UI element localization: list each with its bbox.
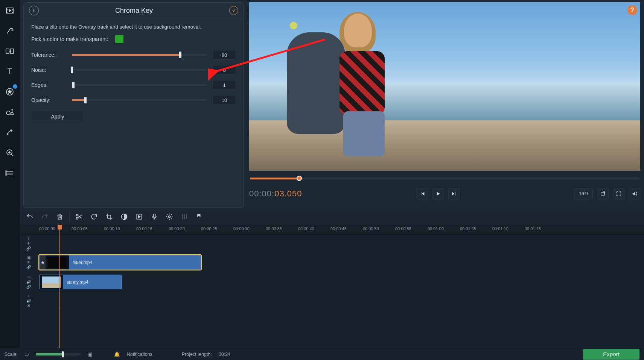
timecode: 00:00:03.050 — [249, 189, 302, 199]
project-length-label: Project length: — [182, 352, 212, 357]
svg-point-10 — [6, 173, 6, 173]
svg-point-7 — [11, 130, 12, 131]
ruler-mark: 00:00:40 — [298, 226, 314, 231]
sidebar-transitions-icon[interactable] — [2, 44, 17, 59]
color-adjust-button[interactable] — [118, 210, 131, 223]
noise-slider[interactable] — [72, 67, 207, 73]
sidebar-zoom-icon[interactable] — [2, 145, 17, 160]
scale-full-icon[interactable]: ▣ — [88, 351, 92, 357]
volume-button[interactable] — [629, 188, 640, 199]
help-button[interactable]: ? — [627, 5, 637, 15]
audio-track[interactable]: ♪🔊✖ — [20, 292, 644, 310]
sidebar-filters-icon[interactable] — [2, 23, 17, 38]
seek-bar[interactable] — [250, 178, 639, 179]
overlay-clip-name: hiker.mp4 — [69, 260, 96, 265]
equalizer-button — [178, 210, 191, 223]
split-button[interactable] — [73, 210, 85, 223]
delete-button[interactable] — [53, 210, 66, 223]
record-audio-button[interactable] — [148, 210, 161, 223]
ruler-mark: 00:00:50 — [363, 226, 379, 231]
left-sidebar — [0, 0, 20, 348]
svg-rect-3 — [6, 49, 9, 53]
undo-button[interactable] — [23, 210, 36, 223]
panel-instruction: Place a clip onto the Overlay track and … — [31, 24, 236, 30]
clip-effect-icon: ★ — [40, 255, 46, 269]
edges-value[interactable]: 1 — [213, 80, 236, 90]
timeline-toolbar — [20, 208, 644, 225]
cursor-highlight — [290, 22, 297, 29]
edges-label: Edges: — [31, 82, 67, 88]
detach-preview-button[interactable] — [597, 188, 609, 199]
apply-button[interactable]: Apply — [31, 110, 84, 123]
opacity-slider[interactable] — [72, 97, 207, 103]
crop-button[interactable] — [103, 210, 116, 223]
prev-frame-button[interactable] — [417, 188, 428, 199]
notifications-label[interactable]: Notifications — [127, 352, 152, 357]
scale-fit-icon[interactable]: ▭ — [24, 351, 29, 357]
pick-color-label: Pick a color to make transparent: — [31, 36, 108, 42]
playhead[interactable] — [59, 225, 60, 348]
ruler-mark: 00:00:10 — [104, 226, 120, 231]
tolerance-label: Tolerance: — [31, 52, 67, 58]
scale-slider[interactable] — [36, 353, 81, 355]
opacity-label: Opacity: — [31, 97, 67, 103]
title-track-head[interactable]: T👁🔗 — [20, 235, 38, 252]
sidebar-animation-icon[interactable] — [2, 125, 17, 140]
video-clip[interactable]: sunny.mp4 — [39, 275, 122, 289]
ruler-mark: 00:00:35 — [266, 226, 282, 231]
audio-track-head[interactable]: ♪🔊✖ — [20, 292, 38, 310]
ruler-mark: 00:01:05 — [460, 226, 476, 231]
ruler-mark: 00:01:00 — [428, 226, 444, 231]
sidebar-media-icon[interactable] — [2, 3, 17, 18]
ruler-mark: 00:00:25 — [201, 226, 217, 231]
sidebar-more-icon[interactable] — [2, 166, 17, 181]
sidebar-stickers-icon[interactable] — [2, 84, 17, 99]
redo-button — [38, 210, 51, 223]
title-track[interactable]: T👁🔗 — [20, 235, 644, 253]
noise-label: Noise: — [31, 67, 67, 73]
tolerance-value[interactable]: 80 — [213, 50, 236, 60]
opacity-value[interactable]: 10 — [213, 95, 236, 105]
ruler-mark: 00:00:00 — [39, 226, 55, 231]
video-preview[interactable] — [249, 2, 640, 171]
svg-point-9 — [6, 171, 6, 172]
export-button[interactable]: Export — [583, 349, 639, 360]
chroma-key-panel: Chroma Key Place a clip onto the Overlay… — [23, 2, 244, 208]
panel-confirm-button[interactable] — [229, 6, 238, 15]
rotate-button[interactable] — [88, 210, 100, 223]
color-swatch[interactable] — [115, 35, 123, 43]
tolerance-slider[interactable] — [72, 52, 207, 58]
preview-area: ? 00:00:03.050 16:9 — [249, 2, 640, 208]
project-length-value: 00:24 — [219, 352, 230, 357]
svg-point-6 — [6, 111, 10, 115]
ruler-mark: 00:00:15 — [136, 226, 152, 231]
noise-value[interactable]: 0 — [213, 65, 236, 75]
sidebar-titles-icon[interactable] — [2, 64, 17, 79]
aspect-ratio-button[interactable]: 16:9 — [574, 188, 593, 199]
video-track[interactable]: ▭🔊🔗 sunny.mp4 — [20, 272, 644, 292]
ruler-mark: 00:00:45 — [330, 226, 347, 231]
panel-back-button[interactable] — [29, 6, 39, 15]
fullscreen-button[interactable] — [613, 188, 624, 199]
ruler-mark: 00:00:55 — [395, 226, 411, 231]
overlay-track-head[interactable]: ▣👁🔗 — [20, 253, 38, 272]
ruler-mark: 00:00:30 — [233, 226, 250, 231]
next-frame-button[interactable] — [448, 188, 460, 199]
clip-thumbnail — [46, 255, 69, 269]
svg-point-11 — [6, 175, 6, 175]
panel-title: Chroma Key — [115, 7, 153, 15]
marker-button[interactable] — [193, 210, 206, 223]
sidebar-shapes-icon[interactable] — [2, 105, 17, 120]
scale-label: Scale: — [5, 352, 18, 357]
video-track-head[interactable]: ▭🔊🔗 — [20, 272, 38, 292]
ruler-mark: 00:00:05 — [72, 226, 88, 231]
timeline-ruler[interactable]: 00:00:0000:00:0500:00:1000:00:1500:00:20… — [20, 225, 644, 235]
edges-slider[interactable] — [72, 82, 207, 88]
play-button[interactable] — [432, 188, 444, 199]
overlay-clip[interactable]: ★ hiker.mp4 — [39, 255, 201, 270]
settings-button[interactable] — [163, 210, 176, 223]
status-bar: Scale: ▭ ▣ 🔔 Notifications Project lengt… — [0, 348, 644, 360]
clip-properties-button[interactable] — [133, 210, 146, 223]
ruler-mark: 00:01:15 — [525, 226, 541, 231]
overlay-track[interactable]: ▣👁🔗 ★ hiker.mp4 — [20, 253, 644, 272]
